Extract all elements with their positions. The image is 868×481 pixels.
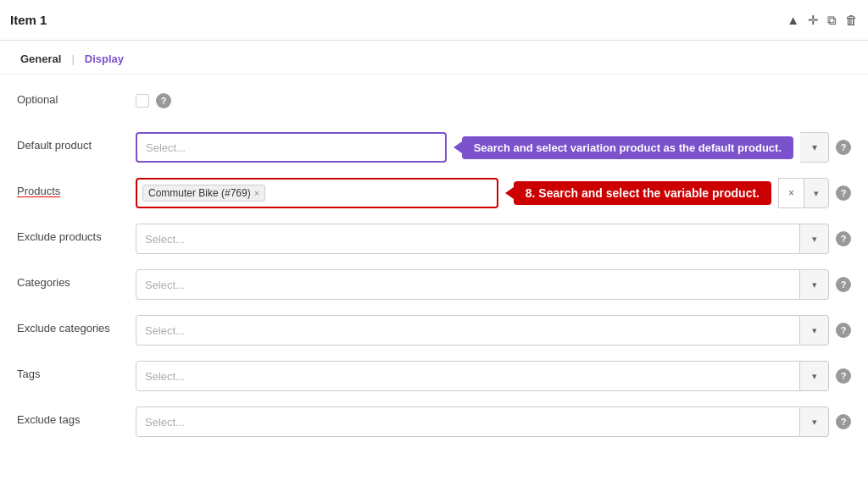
categories-placeholder: Select... xyxy=(145,279,185,291)
header-actions: ▲ ✛ ⧉ 🗑 xyxy=(787,13,858,28)
exclude-categories-select[interactable]: Select... ▾ xyxy=(136,315,829,346)
chevron-down-icon: ▾ xyxy=(812,141,817,153)
default-product-placeholder: Select... xyxy=(146,141,186,154)
tags-help-icon[interactable]: ? xyxy=(836,368,851,384)
products-actions: × ▾ xyxy=(778,178,829,208)
tab-divider: | xyxy=(71,53,74,65)
exclude-categories-row: Exclude categories Select... ▾ ? xyxy=(17,315,851,346)
tab-bar: General | Display xyxy=(0,41,868,75)
exclude-tags-help-icon[interactable]: ? xyxy=(836,414,851,429)
exclude-products-chevron[interactable]: ▾ xyxy=(800,224,829,254)
copy-icon[interactable]: ⧉ xyxy=(827,13,837,28)
tags-select-main: Select... xyxy=(136,361,800,391)
exclude-tags-row: Exclude tags Select... ▾ ? xyxy=(17,406,851,437)
tags-chevron[interactable]: ▾ xyxy=(800,361,829,391)
tags-label: Tags xyxy=(17,361,136,380)
tab-display[interactable]: Display xyxy=(81,53,127,65)
tags-control: Select... ▾ ? xyxy=(136,361,851,391)
exclude-categories-placeholder: Select... xyxy=(145,324,185,337)
exclude-products-row: Exclude products Select... ▾ ? xyxy=(17,224,851,254)
exclude-products-placeholder: Select... xyxy=(145,233,185,246)
products-control: Commuter Bike (#769) × 8. Search and sel… xyxy=(136,178,851,208)
move-icon[interactable]: ✛ xyxy=(808,13,819,28)
default-product-tooltip-text: Search and select variation product as t… xyxy=(474,141,782,154)
exclude-tags-control: Select... ▾ ? xyxy=(136,406,851,437)
categories-chevron[interactable]: ▾ xyxy=(800,269,829,300)
default-product-control: Select... Search and select variation pr… xyxy=(136,132,851,163)
categories-label: Categories xyxy=(17,269,136,289)
optional-row: Optional ? xyxy=(17,86,851,117)
form-content: Optional ? Default product Select... Sea… xyxy=(0,75,868,464)
products-select[interactable]: Commuter Bike (#769) × xyxy=(136,178,498,208)
products-tooltip-text: 8. Search and select the variable produc… xyxy=(526,186,760,200)
default-product-help-icon[interactable]: ? xyxy=(836,140,851,155)
exclude-tags-select[interactable]: Select... ▾ xyxy=(136,406,829,437)
default-product-row: Default product Select... Search and sel… xyxy=(17,132,851,163)
products-chevron-btn[interactable]: ▾ xyxy=(804,178,829,208)
sort-up-icon[interactable]: ▲ xyxy=(787,13,799,27)
optional-wrap: ? xyxy=(136,86,171,108)
products-chevron-icon: ▾ xyxy=(814,188,819,199)
optional-checkbox[interactable] xyxy=(136,94,149,108)
exclude-tags-select-main: Select... xyxy=(136,406,800,437)
exclude-categories-help-icon[interactable]: ? xyxy=(836,323,851,338)
exclude-products-select[interactable]: Select... ▾ xyxy=(136,224,829,254)
categories-help-icon[interactable]: ? xyxy=(836,277,851,292)
default-product-tooltip: Search and select variation product as t… xyxy=(462,136,793,159)
exclude-products-select-main: Select... xyxy=(136,224,800,254)
tags-select[interactable]: Select... ▾ xyxy=(136,361,829,391)
products-row: Products Commuter Bike (#769) × 8. Searc… xyxy=(17,178,851,208)
categories-row: Categories Select... ▾ ? xyxy=(17,269,851,300)
default-product-label: Default product xyxy=(17,132,136,152)
products-clear-icon: × xyxy=(788,187,794,199)
categories-select[interactable]: Select... ▾ xyxy=(136,269,829,300)
products-tooltip: 8. Search and select the variable produc… xyxy=(514,181,771,205)
categories-control: Select... ▾ ? xyxy=(136,269,851,300)
tags-row: Tags Select... ▾ ? xyxy=(17,361,851,391)
item-title: Item 1 xyxy=(10,13,47,27)
chevron-down-icon: ▾ xyxy=(812,234,817,245)
categories-select-main: Select... xyxy=(136,269,800,300)
products-clear-btn[interactable]: × xyxy=(778,178,804,208)
chevron-down-icon: ▾ xyxy=(812,325,817,336)
item-header: Item 1 ▲ ✛ ⧉ 🗑 xyxy=(0,0,868,41)
default-product-chevron-btn[interactable]: ▾ xyxy=(800,132,829,163)
product-tag-text: Commuter Bike (#769) xyxy=(148,187,251,199)
exclude-categories-label: Exclude categories xyxy=(17,315,136,334)
products-label: Products xyxy=(17,178,136,197)
exclude-products-help-icon[interactable]: ? xyxy=(836,231,851,246)
products-help-icon[interactable]: ? xyxy=(836,185,851,201)
tag-remove-icon[interactable]: × xyxy=(254,188,259,198)
optional-control: ? xyxy=(136,86,851,108)
tab-general[interactable]: General xyxy=(17,53,64,65)
default-product-select[interactable]: Select... xyxy=(136,132,447,163)
tags-placeholder: Select... xyxy=(145,370,185,383)
exclude-categories-control: Select... ▾ ? xyxy=(136,315,851,346)
exclude-tags-chevron[interactable]: ▾ xyxy=(800,406,829,437)
optional-label: Optional xyxy=(17,86,136,106)
optional-help-icon[interactable]: ? xyxy=(156,93,171,108)
chevron-down-icon: ▾ xyxy=(812,279,817,290)
purple-arrow-icon xyxy=(453,141,462,153)
chevron-down-icon: ▾ xyxy=(812,417,817,428)
product-tag-chip: Commuter Bike (#769) × xyxy=(142,185,265,202)
exclude-categories-chevron[interactable]: ▾ xyxy=(800,315,829,346)
exclude-tags-label: Exclude tags xyxy=(17,406,136,426)
exclude-products-label: Exclude products xyxy=(17,224,136,243)
exclude-tags-placeholder: Select... xyxy=(145,416,185,428)
exclude-categories-select-main: Select... xyxy=(136,315,800,346)
chevron-down-icon: ▾ xyxy=(812,371,817,382)
exclude-products-control: Select... ▾ ? xyxy=(136,224,851,254)
delete-icon[interactable]: 🗑 xyxy=(845,13,858,27)
red-arrow-icon xyxy=(505,187,514,199)
